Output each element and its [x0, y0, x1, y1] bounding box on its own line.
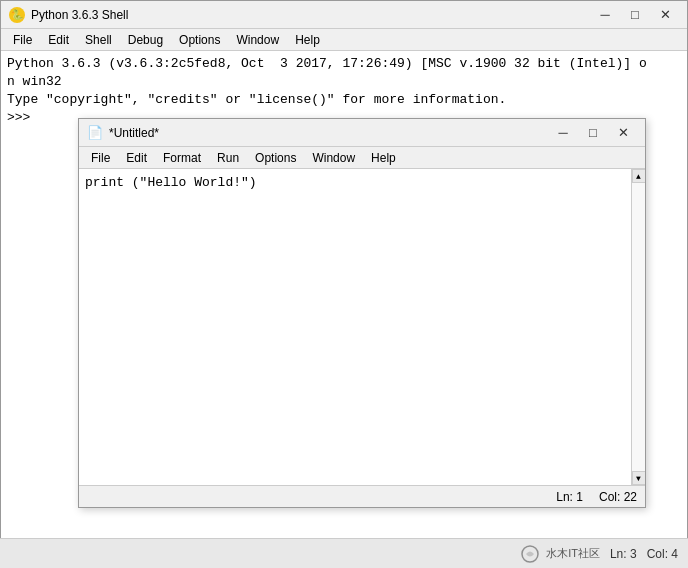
editor-title-icon: 📄 — [87, 125, 103, 141]
shell-menu-help[interactable]: Help — [287, 31, 328, 49]
editor-menu-edit[interactable]: Edit — [118, 149, 155, 167]
shell-menu-debug[interactable]: Debug — [120, 31, 171, 49]
shell-prompt-symbol: >>> — [7, 110, 30, 125]
editor-menu-options[interactable]: Options — [247, 149, 304, 167]
editor-maximize-button[interactable]: □ — [579, 122, 607, 144]
editor-menu-run[interactable]: Run — [209, 149, 247, 167]
shell-maximize-button[interactable]: □ — [621, 4, 649, 26]
shell-menubar: File Edit Shell Debug Options Window Hel… — [1, 29, 687, 51]
editor-content-area: print ("Hello World!") ▲ ▼ — [79, 169, 645, 485]
shell-menu-options[interactable]: Options — [171, 31, 228, 49]
shell-output-line2: n win32 — [7, 73, 681, 91]
taskbar: 水木IT社区 Ln: 3 Col: 4 — [0, 538, 688, 568]
editor-titlebar-left: 📄 *Untitled* — [87, 125, 159, 141]
taskbar-brand: 水木IT社区 — [520, 544, 600, 564]
shell-output-line1: Python 3.6.3 (v3.6.3:2c5fed8, Oct 3 2017… — [7, 55, 681, 73]
shell-titlebar-controls: ─ □ ✕ — [591, 4, 679, 26]
editor-titlebar-controls: ─ □ ✕ — [549, 122, 637, 144]
editor-ln-status: Ln: 1 — [556, 490, 583, 504]
scroll-down-arrow[interactable]: ▼ — [632, 471, 646, 485]
taskbar-brand-text: 水木IT社区 — [546, 546, 600, 561]
shell-title-text: Python 3.6.3 Shell — [31, 8, 128, 22]
editor-textarea[interactable]: print ("Hello World!") — [79, 169, 631, 485]
shell-output-line3: Type "copyright", "credits" or "license(… — [7, 91, 681, 109]
editor-titlebar: 📄 *Untitled* ─ □ ✕ — [79, 119, 645, 147]
taskbar-ln-status: Ln: 3 — [610, 547, 637, 561]
shell-menu-shell[interactable]: Shell — [77, 31, 120, 49]
editor-minimize-button[interactable]: ─ — [549, 122, 577, 144]
editor-title-text: *Untitled* — [109, 126, 159, 140]
taskbar-col-status: Col: 4 — [647, 547, 678, 561]
editor-menu-format[interactable]: Format — [155, 149, 209, 167]
shell-menu-file[interactable]: File — [5, 31, 40, 49]
shell-titlebar-left: 🐍 Python 3.6.3 Shell — [9, 7, 128, 23]
shell-minimize-button[interactable]: ─ — [591, 4, 619, 26]
shell-menu-window[interactable]: Window — [228, 31, 287, 49]
editor-menubar: File Edit Format Run Options Window Help — [79, 147, 645, 169]
scroll-track — [632, 183, 645, 471]
shell-titlebar: 🐍 Python 3.6.3 Shell ─ □ ✕ — [1, 1, 687, 29]
editor-scrollbar: ▲ ▼ — [631, 169, 645, 485]
scroll-up-arrow[interactable]: ▲ — [632, 169, 646, 183]
editor-statusbar: Ln: 1 Col: 22 — [79, 485, 645, 507]
shell-close-button[interactable]: ✕ — [651, 4, 679, 26]
shell-title-icon: 🐍 — [9, 7, 25, 23]
editor-close-button[interactable]: ✕ — [609, 122, 637, 144]
shell-menu-edit[interactable]: Edit — [40, 31, 77, 49]
brand-icon — [520, 544, 540, 564]
editor-menu-help[interactable]: Help — [363, 149, 404, 167]
editor-col-status: Col: 22 — [599, 490, 637, 504]
editor-window: 📄 *Untitled* ─ □ ✕ File Edit Format Run … — [78, 118, 646, 508]
editor-menu-file[interactable]: File — [83, 149, 118, 167]
editor-menu-window[interactable]: Window — [304, 149, 363, 167]
